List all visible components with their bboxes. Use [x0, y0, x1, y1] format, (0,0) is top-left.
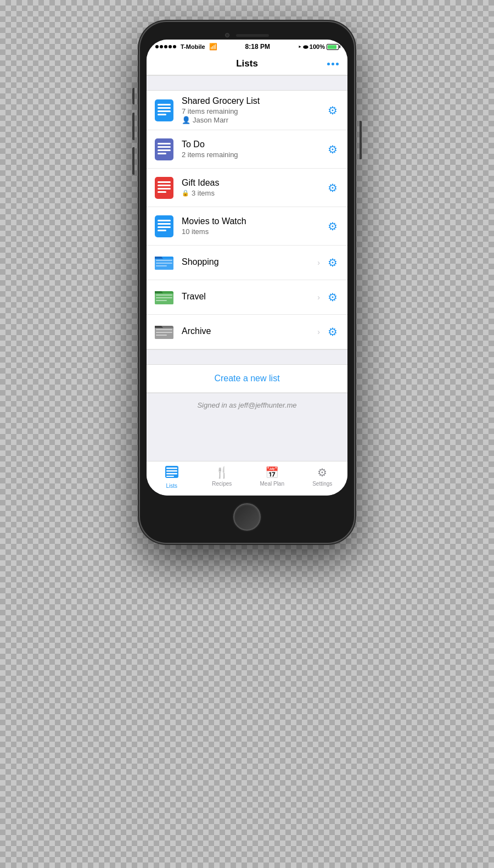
shared-grocery-settings-button[interactable]: ⚙ [325, 102, 340, 119]
gift-ideas-title: Gift Ideas [182, 178, 325, 188]
battery-percent: 100% [310, 43, 325, 50]
mute-button [132, 88, 134, 104]
svg-rect-2 [158, 107, 171, 109]
lists-tab-label: Lists [166, 483, 177, 489]
svg-rect-34 [156, 332, 172, 333]
archive-settings-button[interactable]: ⚙ [325, 323, 340, 341]
svg-rect-4 [158, 114, 166, 115]
todo-icon [154, 138, 174, 161]
svg-rect-18 [158, 226, 171, 228]
phone-screen: T-Mobile 📶 8:18 PM ‣ ⬬ 100% Lists [147, 40, 347, 496]
list-item-movies[interactable]: Movies to Watch 10 items ⚙ [147, 207, 347, 246]
svg-rect-19 [158, 230, 166, 231]
shopping-folder-icon [154, 251, 174, 274]
tab-recipes[interactable]: 🍴 Recipes [197, 466, 248, 489]
settings-tab-icon: ⚙ [317, 466, 327, 479]
lists-section: Shared Grocery List 7 items remaining 👤 … [147, 91, 347, 349]
bluetooth-icon: ⬬ [303, 43, 308, 51]
svg-rect-13 [158, 188, 171, 190]
svg-rect-11 [158, 181, 171, 183]
more-button[interactable] [327, 63, 339, 65]
list-item-shopping[interactable]: Shopping › ⚙ [147, 246, 347, 280]
tab-meal-plan[interactable]: 📅 Meal Plan [247, 466, 297, 489]
list-item-travel[interactable]: Travel › ⚙ [147, 280, 347, 315]
volume-up-button [132, 113, 134, 140]
svg-rect-30 [156, 300, 167, 301]
nav-title: Lists [236, 58, 258, 69]
travel-title: Travel [182, 292, 315, 302]
shared-grocery-icon [154, 99, 174, 122]
settings-tab-label: Settings [312, 481, 332, 487]
shopping-title: Shopping [182, 257, 315, 267]
travel-folder-icon [154, 286, 174, 309]
todo-title: To Do [182, 140, 325, 149]
tab-settings[interactable]: ⚙ Settings [297, 466, 348, 489]
power-button [360, 121, 362, 159]
movies-settings-button[interactable]: ⚙ [325, 218, 340, 235]
shopping-settings-button[interactable]: ⚙ [325, 254, 340, 271]
recipes-tab-label: Recipes [212, 481, 232, 487]
spacer [147, 417, 347, 461]
lock-icon: 🔒 [182, 190, 189, 197]
battery-fill [328, 45, 336, 49]
svg-rect-40 [166, 476, 174, 477]
phone-device: T-Mobile 📶 8:18 PM ‣ ⬬ 100% Lists [140, 22, 354, 543]
svg-rect-35 [156, 335, 167, 336]
list-item-todo[interactable]: To Do 2 items remaining ⚙ [147, 130, 347, 169]
gift-ideas-subtitle: 🔒 3 items [182, 189, 325, 197]
archive-chevron-icon: › [317, 327, 320, 336]
svg-rect-17 [158, 223, 171, 225]
todo-subtitle: 2 items remaining [182, 151, 325, 159]
home-button-area [147, 496, 347, 536]
meal-plan-tab-icon: 📅 [265, 466, 279, 479]
carrier-name: T-Mobile [181, 43, 205, 50]
travel-chevron-icon: › [317, 293, 320, 302]
person-icon: 👤 [182, 116, 190, 124]
svg-rect-9 [158, 153, 166, 154]
svg-rect-33 [156, 329, 172, 330]
signed-in-section: Signed in as jeff@jeffhunter.me [147, 393, 347, 417]
svg-rect-1 [158, 104, 171, 105]
svg-rect-29 [156, 297, 172, 298]
svg-rect-24 [156, 263, 172, 264]
navigation-bar: Lists [147, 53, 347, 75]
home-button[interactable] [233, 503, 261, 531]
gift-ideas-settings-button[interactable]: ⚙ [325, 179, 340, 197]
tab-bar: Lists 🍴 Recipes 📅 Meal Plan ⚙ Settings [147, 461, 347, 496]
svg-rect-12 [158, 185, 171, 186]
battery-box [327, 44, 339, 50]
travel-settings-button[interactable]: ⚙ [325, 288, 340, 306]
status-left: T-Mobile 📶 [155, 43, 217, 51]
archive-content: Archive [182, 326, 315, 337]
shopping-chevron-icon: › [317, 258, 320, 267]
list-item-gift-ideas[interactable]: Gift Ideas 🔒 3 items ⚙ [147, 169, 347, 207]
gift-ideas-content: Gift Ideas 🔒 3 items [182, 178, 325, 197]
svg-rect-39 [166, 473, 177, 475]
svg-rect-3 [158, 110, 171, 112]
recipes-tab-icon: 🍴 [215, 466, 229, 479]
svg-rect-37 [166, 468, 177, 469]
lists-tab-icon [165, 466, 178, 481]
list-item-shared-grocery[interactable]: Shared Grocery List 7 items remaining 👤 … [147, 91, 347, 130]
create-new-list-button[interactable]: Create a new list [147, 365, 347, 393]
todo-settings-button[interactable]: ⚙ [325, 141, 340, 158]
shared-grocery-title: Shared Grocery List [182, 96, 325, 106]
section-divider-middle [147, 349, 347, 365]
status-bar: T-Mobile 📶 8:18 PM ‣ ⬬ 100% [147, 40, 347, 53]
list-item-archive[interactable]: Archive › ⚙ [147, 315, 347, 349]
front-camera [225, 33, 229, 37]
signal-strength [155, 45, 176, 48]
gift-ideas-icon [154, 176, 174, 199]
svg-rect-7 [158, 146, 171, 148]
movies-subtitle: 10 items [182, 227, 325, 236]
tab-lists[interactable]: Lists [147, 466, 197, 489]
movies-content: Movies to Watch 10 items [182, 216, 325, 236]
svg-rect-23 [156, 260, 172, 261]
wifi-icon: 📶 [209, 43, 217, 51]
svg-rect-6 [158, 143, 171, 144]
status-time: 8:18 PM [245, 43, 270, 51]
shared-grocery-shared-by: 👤 Jason Marr [182, 116, 325, 124]
movies-title: Movies to Watch [182, 216, 325, 226]
phone-top [147, 29, 347, 40]
section-divider-top [147, 75, 347, 91]
